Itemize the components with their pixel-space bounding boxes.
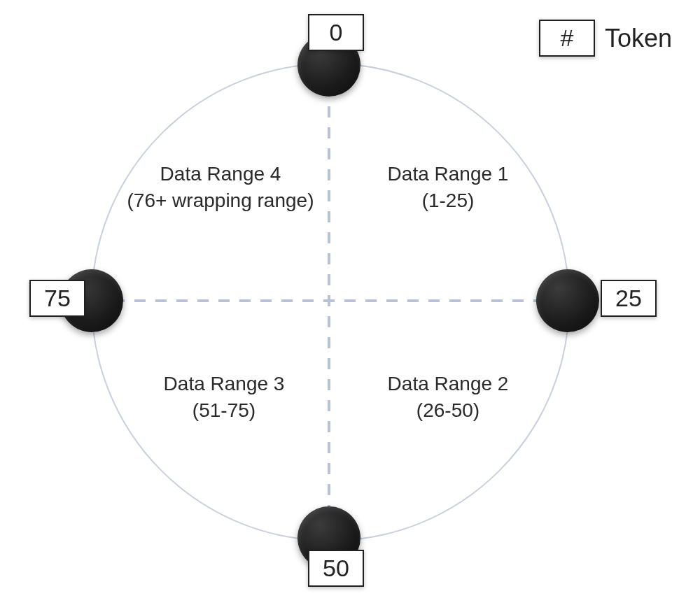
ring-divider-horizontal [92, 299, 566, 302]
legend: # Token [539, 20, 672, 57]
token-top: 0 [308, 14, 364, 51]
quadrant-4-title: Data Range 4 [115, 161, 326, 187]
hash-ring [91, 63, 570, 541]
quadrant-3-range: (51-75) [140, 397, 308, 424]
quadrant-1-range: (1-25) [357, 187, 539, 214]
quadrant-1: Data Range 1 (1-25) [357, 161, 539, 214]
quadrant-2-range: (26-50) [357, 397, 539, 424]
quadrant-4: Data Range 4 (76+ wrapping range) [115, 161, 326, 214]
quadrant-2-title: Data Range 2 [357, 371, 539, 397]
quadrant-2: Data Range 2 (26-50) [357, 371, 539, 424]
legend-symbol: # [539, 20, 595, 57]
legend-label: Token [605, 24, 672, 53]
quadrant-3: Data Range 3 (51-75) [140, 371, 308, 424]
token-bottom: 50 [308, 550, 364, 587]
quadrant-3-title: Data Range 3 [140, 371, 308, 397]
ring-diagram: Data Range 4 (76+ wrapping range) Data R… [0, 0, 700, 612]
token-left: 75 [29, 280, 85, 317]
quadrant-1-title: Data Range 1 [357, 161, 539, 187]
node-right [536, 269, 599, 332]
quadrant-4-range: (76+ wrapping range) [115, 187, 326, 214]
token-right: 25 [601, 280, 657, 317]
